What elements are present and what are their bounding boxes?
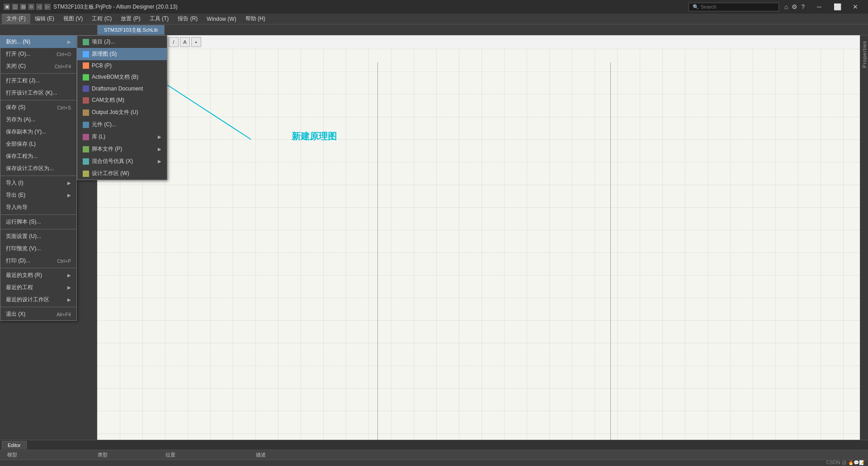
- tab-schlib[interactable]: STM32F103主板.SchLib: [97, 25, 165, 35]
- title-bar: ▣ ◫ ▤ ⊙ ◁ ▷ STM32F103主板.PrjPcb - Altium …: [0, 0, 868, 14]
- fm-open-project-label: 打开工程 (J)...: [6, 77, 40, 85]
- ct-fill-btn[interactable]: ▪: [191, 37, 201, 47]
- fm-save-workspace-as-label: 保存设计工作区为...: [6, 165, 54, 172]
- title-right-icons: ⌂ ⚙ ?: [784, 3, 805, 10]
- menu-bar: 文件 (F) 编辑 (E) 视图 (V) 工程 (C) 放置 (P) 工具 (T…: [0, 14, 868, 24]
- sm-new-component[interactable]: 元件 (C)...: [77, 119, 167, 131]
- fm-save-copy[interactable]: 保存副本为 (Y)...: [0, 126, 76, 138]
- fm-exit[interactable]: 退出 (X) Alt+F4: [0, 308, 76, 320]
- fm-export[interactable]: 导出 (E) ▶: [0, 189, 76, 201]
- schematic-icon: [83, 51, 89, 57]
- fm-open-label: 打开 (O)...: [6, 50, 31, 58]
- menu-item-edit[interactable]: 编辑 (E): [30, 14, 59, 24]
- title-left: ▣ ◫ ▤ ⊙ ◁ ▷ STM32F103主板.PrjPcb - Altium …: [4, 3, 178, 11]
- sm-new-draftsman-label: Draftsman Document: [92, 86, 143, 92]
- sm-new-library[interactable]: 库 (L) ▶: [77, 131, 167, 143]
- menu-item-file[interactable]: 文件 (F): [2, 14, 30, 24]
- close-button[interactable]: ✕: [846, 0, 864, 14]
- sm-new-script[interactable]: 脚本文件 (P) ▶: [77, 143, 167, 155]
- ct-text-btn[interactable]: A: [180, 37, 190, 47]
- bottom-empty: 无预览可见: [0, 460, 868, 466]
- menu-item-reports[interactable]: 报告 (R): [173, 14, 202, 24]
- menu-item-project[interactable]: 工程 (C): [87, 14, 116, 24]
- menu-item-tools[interactable]: 工具 (T): [145, 14, 174, 24]
- fm-import[interactable]: 导入 (I) ▶: [0, 177, 76, 189]
- fm-sep-7: [0, 307, 76, 307]
- new-schematic-text: 新建原理图: [292, 130, 337, 143]
- fm-recent-workspaces-label: 最近的设计工作区: [6, 296, 49, 304]
- ct-line-btn[interactable]: /: [169, 37, 179, 47]
- menu-item-window[interactable]: Window (W): [202, 14, 241, 24]
- fm-recent-workspaces[interactable]: 最近的设计工作区 ▶: [0, 294, 76, 306]
- menu-item-view[interactable]: 视图 (V): [59, 14, 87, 24]
- sm-new-cam[interactable]: CAM文档 (M): [77, 94, 167, 106]
- v-divider-2: [610, 62, 611, 440]
- right-sidebar: Properties: [860, 35, 868, 440]
- search-input[interactable]: [701, 4, 773, 10]
- bottom-header-row: 模型 类型 位置 描述: [0, 450, 868, 460]
- sm-new-pcb-label: PCB (P): [92, 62, 112, 69]
- col-type: 类型: [94, 452, 162, 458]
- col-model: 模型: [4, 452, 94, 458]
- bottom-panel: Editor 模型 类型 位置 描述 无预览可见 置放 添加 删除 编辑: [0, 440, 868, 466]
- restore-button[interactable]: ⬜: [828, 0, 846, 14]
- sm-new-sim[interactable]: 混合信号仿真 (X) ▶: [77, 155, 167, 167]
- fm-save-label: 保存 (S): [6, 104, 25, 111]
- project-icon: [83, 39, 89, 45]
- fm-close-label: 关闭 (C): [6, 62, 26, 70]
- sm-new-project[interactable]: 项目 (J)...: [77, 36, 167, 48]
- sm-script-arrow: ▶: [158, 147, 161, 152]
- help-icon[interactable]: ?: [801, 3, 805, 10]
- component-icon: [83, 122, 89, 128]
- app-title: STM32F103主板.PrjPcb - Altium Designer (20…: [53, 3, 178, 11]
- menu-item-help[interactable]: 帮助 (H): [241, 14, 270, 24]
- search-icon: 🔍: [693, 4, 699, 10]
- fm-page-setup[interactable]: 页面设置 (U)...: [0, 230, 76, 243]
- fm-save-workspace-as[interactable]: 保存设计工作区为...: [0, 162, 76, 175]
- fm-new[interactable]: 新的... (N) ▶: [0, 36, 76, 48]
- fm-save-all-label: 全部保存 (L): [6, 140, 36, 148]
- sm-library-arrow: ▶: [158, 134, 161, 139]
- fm-export-arrow: ▶: [67, 193, 71, 198]
- minimize-button[interactable]: ─: [810, 0, 828, 14]
- canvas-grid: 新建原理图: [97, 49, 860, 440]
- fm-save-as-label: 另存为 (A)...: [6, 116, 35, 124]
- fm-open[interactable]: 打开 (O)... Ctrl+O: [0, 48, 76, 60]
- menu-item-place[interactable]: 放置 (P): [116, 14, 145, 24]
- home-icon[interactable]: ⌂: [784, 3, 788, 10]
- sm-new-bom[interactable]: ActiveBOM文档 (B): [77, 71, 167, 83]
- sm-new-output[interactable]: Output Job文件 (U): [77, 106, 167, 119]
- right-sidebar-properties[interactable]: Properties: [861, 37, 868, 71]
- search-box[interactable]: 🔍: [689, 3, 779, 11]
- fm-sep-6: [0, 268, 76, 268]
- fm-print[interactable]: 打印 (D)... Ctrl+P: [0, 255, 76, 267]
- fm-import-wizard[interactable]: 导入向导: [0, 201, 76, 214]
- fm-save-all[interactable]: 全部保存 (L): [0, 138, 76, 150]
- fm-recent-projects[interactable]: 最近的工程 ▶: [0, 281, 76, 294]
- settings-icon[interactable]: ⚙: [792, 3, 797, 10]
- workspace-icon: [83, 171, 89, 177]
- script-icon: [83, 146, 89, 152]
- fm-print-preview[interactable]: 打印预览 (V)...: [0, 243, 76, 255]
- bt-tab-editor[interactable]: Editor: [2, 441, 27, 449]
- sm-new-draftsman[interactable]: Draftsman Document: [77, 83, 167, 94]
- fm-save-project-as[interactable]: 保存工程为...: [0, 150, 76, 162]
- fm-save-as[interactable]: 另存为 (A)...: [0, 114, 76, 126]
- sm-new-schematic[interactable]: 原理图 (S): [77, 48, 167, 60]
- sm-new-sim-label: 混合信号仿真 (X): [92, 157, 133, 165]
- fm-recent-docs[interactable]: 最近的文档 (R) ▶: [0, 269, 76, 281]
- sm-new-workspace[interactable]: 设计工作区 (W): [77, 167, 167, 180]
- fm-save[interactable]: 保存 (S) Ctrl+S: [0, 101, 76, 114]
- fm-close[interactable]: 关闭 (C) Ctrl+F4: [0, 60, 76, 72]
- sm-new-library-label: 库 (L): [92, 133, 105, 141]
- app-icons: ▣ ◫ ▤ ⊙ ◁ ▷: [4, 4, 51, 10]
- app-icon-4: ⊙: [28, 4, 34, 10]
- sm-new-pcb[interactable]: PCB (P): [77, 60, 167, 71]
- left-panel: 新的... (N) ▶ 打开 (O)... Ctrl+O 关闭 (C) Ctrl…: [0, 35, 97, 440]
- watermark-text: CSDN @: [826, 460, 847, 465]
- fm-run-script[interactable]: 运行脚本 (S)...: [0, 216, 76, 228]
- main-layout: 新的... (N) ▶ 打开 (O)... Ctrl+O 关闭 (C) Ctrl…: [0, 35, 868, 440]
- fm-open-workspace[interactable]: 打开设计工作区 (K)...: [0, 87, 76, 99]
- sm-new-project-label: 项目 (J)...: [92, 38, 115, 46]
- fm-open-project[interactable]: 打开工程 (J)...: [0, 75, 76, 87]
